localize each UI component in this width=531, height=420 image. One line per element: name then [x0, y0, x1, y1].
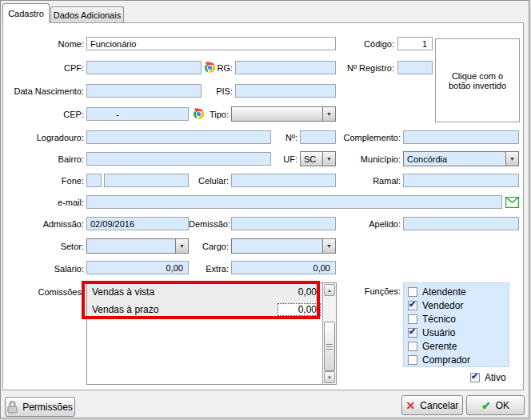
func-item-label: Atendente	[422, 286, 466, 298]
func-item-label: Vendedor	[422, 300, 463, 311]
bairro-input[interactable]	[86, 152, 271, 166]
func-item-vendedor[interactable]: Vendedor	[404, 298, 509, 312]
email-input[interactable]	[86, 195, 502, 209]
employee-register-dialog: Cadastro Dados Adicionais Nome: Código: …	[0, 0, 529, 418]
numero-input[interactable]	[300, 130, 336, 144]
uf-combo[interactable]: SC ▼	[300, 151, 336, 166]
funcoes-label: Funções:	[345, 286, 401, 296]
cep-label: CEP:	[25, 110, 84, 119]
checkbox[interactable]	[408, 287, 417, 297]
func-item-usuario[interactable]: Usuário	[404, 326, 509, 339]
codigo-label: Código:	[337, 39, 394, 49]
commission-value[interactable]: 0,00	[278, 304, 320, 315]
numero-label: Nº:	[277, 133, 297, 142]
funcoes-listbox[interactable]: Atendente Vendedor Técnico Usuário Geren…	[403, 282, 509, 367]
chevron-down-icon[interactable]: ▼	[322, 107, 335, 121]
num-registro-input[interactable]	[397, 61, 433, 74]
fone-label: Fone:	[25, 176, 84, 186]
func-item-gerente[interactable]: Gerente	[404, 339, 509, 353]
setor-combo[interactable]: ▼	[86, 238, 189, 254]
chevron-down-icon[interactable]: ▼	[322, 152, 335, 166]
cpf-input[interactable]	[86, 61, 202, 74]
func-item-atendente[interactable]: Atendente	[404, 285, 509, 298]
ativo-checkbox[interactable]	[470, 373, 480, 382]
tab-dados-adicionais-label: Dados Adicionais	[54, 10, 121, 20]
photo-placeholder[interactable]: Clique com o botão invertido	[435, 38, 520, 122]
checkbox[interactable]	[408, 314, 417, 324]
commission-row[interactable]: Vendas à vista 0,00	[87, 283, 323, 301]
data-nascimento-input[interactable]	[86, 84, 202, 98]
func-item-label: Usuário	[422, 327, 455, 338]
permissoes-button[interactable]: Permissões	[5, 397, 75, 417]
commission-name: Vendas à vista	[92, 286, 278, 298]
admissao-input[interactable]	[86, 217, 189, 230]
uf-combo-value: SC	[301, 152, 322, 166]
checkbox[interactable]	[408, 301, 417, 310]
ativo-label: Ativo	[485, 372, 506, 383]
func-item-comprador[interactable]: Comprador	[404, 353, 509, 366]
fone-input[interactable]	[104, 174, 189, 187]
extra-input[interactable]	[231, 261, 336, 274]
apelido-input[interactable]	[403, 217, 519, 230]
rg-input[interactable]	[235, 61, 336, 74]
data-nascimento-label: Data Nascimento:	[5, 86, 84, 96]
demissao-input[interactable]	[231, 217, 336, 230]
scroll-up-icon[interactable]: ▲	[324, 284, 335, 296]
cpf-label: CPF:	[25, 63, 84, 73]
chevron-down-icon[interactable]: ▼	[322, 239, 335, 253]
comissoes-label: Comissões:	[25, 287, 84, 297]
scroll-down-icon[interactable]: ▼	[324, 371, 335, 383]
green-check-icon: ✔	[481, 400, 491, 411]
tab-cadastro-label: Cadastro	[8, 9, 44, 18]
checkbox[interactable]	[408, 355, 417, 365]
chevron-down-icon[interactable]: ▼	[505, 152, 518, 166]
cancel-button[interactable]: ✕ Cancelar	[401, 395, 463, 415]
cep-input[interactable]	[86, 107, 189, 121]
pis-input[interactable]	[235, 84, 336, 98]
func-item-label: Comprador	[422, 354, 470, 366]
complemento-input[interactable]	[403, 130, 519, 144]
nome-input[interactable]	[86, 37, 336, 50]
cargo-combo-value	[232, 239, 322, 253]
salario-label: Salário:	[25, 264, 84, 274]
func-item-label: Gerente	[422, 341, 457, 352]
pis-label: PIS:	[209, 86, 233, 96]
cargo-label: Cargo:	[189, 242, 229, 251]
commission-row[interactable]: Vendas à prazo 0,00	[87, 301, 323, 318]
demissao-label: Demissão:	[189, 219, 229, 229]
tipo-combo[interactable]: ▼	[231, 106, 336, 122]
func-item-label: Técnico	[422, 314, 456, 325]
photo-placeholder-text: Clique com o botão invertido	[442, 71, 513, 90]
salario-input[interactable]	[86, 261, 189, 274]
ok-button[interactable]: ✔ OK	[466, 395, 525, 415]
uf-label: UF:	[277, 154, 297, 164]
ativo-checkbox-row[interactable]: Ativo	[466, 370, 506, 384]
scrollbar[interactable]: ▲ ▼	[322, 283, 336, 384]
ramal-input[interactable]	[403, 174, 519, 187]
celular-input[interactable]	[231, 174, 336, 187]
nome-label: Nome:	[25, 39, 84, 49]
scrollbar-thumb[interactable]	[324, 322, 335, 371]
logradouro-input[interactable]	[86, 130, 271, 144]
municipio-combo[interactable]: Concórdia ▼	[403, 151, 519, 166]
func-item-tecnico[interactable]: Técnico	[404, 312, 509, 326]
cancel-button-label: Cancelar	[420, 400, 458, 411]
send-email-icon[interactable]	[505, 197, 519, 208]
codigo-input[interactable]	[397, 37, 433, 50]
rg-label: RG:	[209, 63, 233, 73]
bairro-label: Bairro:	[25, 154, 84, 164]
cargo-combo[interactable]: ▼	[231, 238, 336, 254]
fone-ddd-input[interactable]	[86, 174, 102, 187]
email-label: e-mail:	[25, 198, 84, 207]
checkbox[interactable]	[408, 328, 417, 338]
tab-cadastro[interactable]: Cadastro	[2, 3, 50, 23]
chevron-down-icon[interactable]: ▼	[175, 239, 188, 253]
tipo-combo-value	[232, 107, 322, 121]
municipio-combo-value: Concórdia	[404, 152, 505, 166]
checkbox[interactable]	[408, 342, 417, 351]
logradouro-label: Logradouro:	[25, 133, 84, 142]
comissoes-list[interactable]: Vendas à vista 0,00 Vendas à prazo 0,00 …	[86, 282, 337, 385]
commission-value[interactable]: 0,00	[278, 286, 320, 298]
tab-dados-adicionais[interactable]: Dados Adicionais	[50, 6, 124, 22]
celular-label: Celular:	[193, 176, 229, 186]
